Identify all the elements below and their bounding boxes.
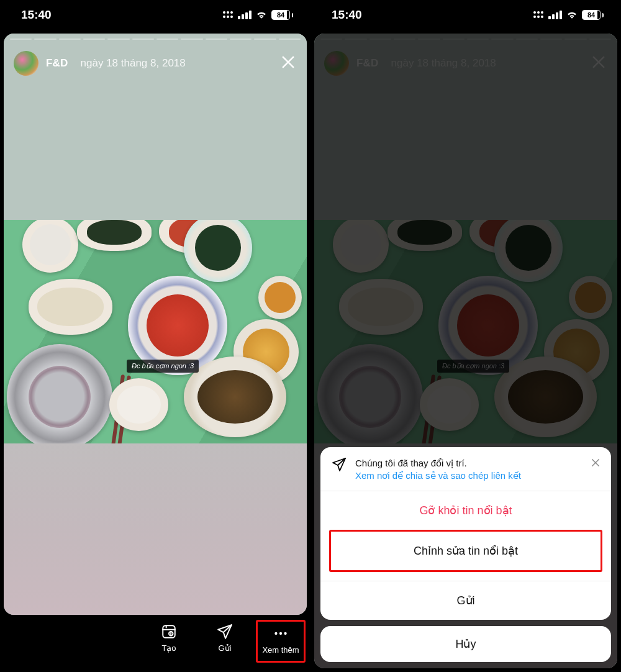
- svg-point-11: [533, 11, 536, 14]
- story-date: ngày 18 tháng 8, 2018: [81, 57, 186, 70]
- svg-point-8: [274, 632, 277, 635]
- svg-point-13: [541, 11, 543, 14]
- svg-point-1: [227, 11, 229, 14]
- svg-point-16: [541, 16, 543, 18]
- notice-link[interactable]: Xem nơi để chia sẻ và sao chép liên kết: [355, 470, 521, 481]
- story-progress: [10, 39, 301, 40]
- story-viewer: Đc bữa cơm ngon :3 F&D ngày 18 tháng 8, …: [314, 34, 617, 668]
- svg-rect-6: [163, 625, 175, 638]
- cancel-button[interactable]: Hủy: [320, 626, 611, 662]
- story-viewer[interactable]: Đc bữa cơm ngon :3 F&D ngày 18 tháng 8, …: [4, 34, 307, 615]
- more-label: Xem thêm: [262, 645, 299, 655]
- cellular-icon: [548, 11, 562, 19]
- notice-text: Chúng tôi đã thay đổi vị trí. Xem nơi để…: [355, 457, 581, 483]
- notice-row: Chúng tôi đã thay đổi vị trí. Xem nơi để…: [320, 447, 611, 491]
- wifi-icon: [255, 11, 268, 19]
- remove-highlight-option[interactable]: Gỡ khỏi tin nổi bật: [320, 491, 611, 530]
- svg-point-9: [279, 632, 282, 635]
- left-phone: 15:40 84 Đc bữa cơm ngon :3: [0, 0, 310, 672]
- status-right: 84: [222, 10, 293, 20]
- avatar[interactable]: [14, 51, 39, 76]
- share-icon: [332, 457, 347, 474]
- svg-point-14: [533, 16, 536, 18]
- status-bar: 15:40 84: [310, 0, 621, 30]
- action-sheet: Chúng tôi đã thay đổi vị trí. Xem nơi để…: [320, 447, 611, 663]
- svg-point-10: [284, 632, 286, 635]
- status-right: 84: [532, 10, 604, 20]
- create-button[interactable]: Tạo: [144, 620, 194, 659]
- battery-icon: 84: [271, 10, 293, 20]
- recording-indicator-icon: [222, 11, 234, 19]
- svg-point-12: [537, 11, 540, 14]
- story-background: Đc bữa cơm ngon :3: [4, 34, 307, 615]
- svg-point-15: [537, 16, 540, 18]
- svg-point-2: [230, 11, 233, 14]
- battery-level: 84: [582, 10, 601, 20]
- send-label: Gửi: [219, 643, 232, 653]
- status-time: 15:40: [332, 8, 362, 22]
- story-title[interactable]: F&D: [46, 57, 68, 70]
- create-label: Tạo: [161, 643, 176, 653]
- dismiss-notice-icon[interactable]: [590, 457, 601, 471]
- story-caption: Đc bữa cơm ngon :3: [127, 360, 199, 373]
- notice-line: Chúng tôi đã thay đổi vị trí.: [355, 458, 467, 468]
- battery-icon: 84: [582, 10, 604, 20]
- wifi-icon: [566, 11, 578, 19]
- battery-level: 84: [271, 10, 290, 20]
- cellular-icon: [238, 11, 252, 19]
- status-bar: 15:40 84: [0, 0, 310, 30]
- status-time: 15:40: [21, 8, 52, 22]
- send-option[interactable]: Gửi: [320, 581, 611, 620]
- send-button[interactable]: Gửi: [200, 620, 250, 659]
- close-icon[interactable]: [279, 53, 297, 73]
- svg-point-0: [223, 11, 225, 14]
- svg-point-4: [227, 16, 229, 18]
- svg-point-3: [223, 16, 225, 18]
- story-header: F&D ngày 18 tháng 8, 2018: [4, 45, 307, 82]
- svg-point-5: [230, 16, 233, 18]
- bottom-toolbar: Tạo Gửi Xem thêm: [0, 615, 310, 672]
- action-sheet-main: Chúng tôi đã thay đổi vị trí. Xem nơi để…: [320, 447, 611, 620]
- edit-highlight-option[interactable]: Chỉnh sửa tin nổi bật: [329, 530, 602, 572]
- more-button[interactable]: Xem thêm: [256, 620, 306, 663]
- story-photo: Đc bữa cơm ngon :3: [4, 220, 307, 443]
- right-phone: 15:40 84 Đc bữa cơm ngon :3: [310, 0, 621, 672]
- recording-indicator-icon: [532, 11, 545, 19]
